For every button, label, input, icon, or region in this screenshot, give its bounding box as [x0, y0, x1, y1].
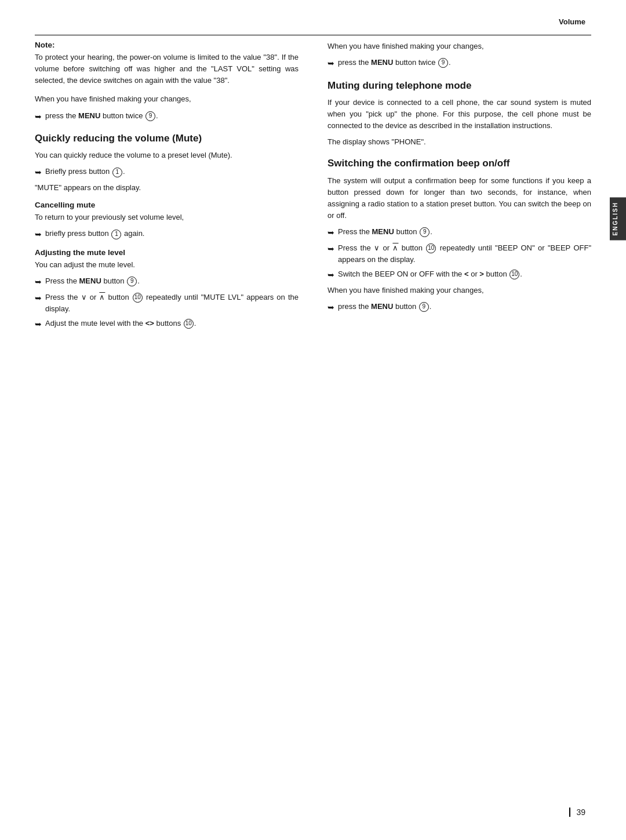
mute-intro: You can quickly reduce the volume to a p…: [35, 150, 299, 161]
sidebar-language-label: ENGLISH: [610, 197, 626, 240]
arrow-icon-beep2: ➥: [327, 243, 334, 256]
adj-step2-text: Press the ∨ or ∧ button 10 repeatedly un…: [45, 292, 299, 315]
beep-step1-text: Press the MENU button 9.: [338, 226, 591, 238]
section-mute-heading: Quickly reducing the volume (Mute): [35, 132, 299, 145]
note-label: Note:: [35, 41, 299, 49]
beep-after-changes: When you have finished making your chang…: [327, 285, 591, 296]
section-label: Volume: [559, 17, 585, 26]
section-telephone-heading: Muting during telephone mode: [327, 79, 591, 92]
arrow-icon-beep1: ➥: [327, 227, 334, 239]
cancelling-intro: To return to your previously set volume …: [35, 212, 299, 223]
adj-step1-text: Press the MENU button 9.: [45, 275, 299, 287]
press-menu-twice-text-left: press the MENU button twice 9.: [45, 110, 299, 122]
adj-step2: ➥ Press the ∨ or ∧ button 10 repeatedly …: [35, 292, 299, 315]
cancel-step-text: briefly press button 1 again.: [45, 228, 299, 239]
press-menu-twice-right: ➥ press the MENU button twice 9.: [327, 57, 591, 70]
beep-step3-text: Switch the BEEP ON or OFF with the < or …: [338, 268, 591, 280]
mute-step1: ➥ Briefly press button 1.: [35, 166, 299, 179]
arrow-icon-cancel: ➥: [35, 228, 42, 241]
press-menu-twice-text-right: press the MENU button twice 9.: [338, 57, 591, 68]
cancelling-heading: Cancelling mute: [35, 201, 299, 209]
mute-step1-text: Briefly press button 1.: [45, 166, 299, 177]
arrow-icon-adj3: ➥: [35, 318, 42, 331]
arrow-icon-adj1: ➥: [35, 276, 42, 289]
beep-final-step: ➥ press the MENU button 9.: [327, 301, 591, 314]
header-section-label: Volume: [559, 17, 585, 26]
note-text: To protect your hearing, the power-on vo…: [35, 52, 299, 86]
mute-display-note: "MUTE" appears on the display.: [35, 182, 299, 194]
top-rule: [35, 35, 591, 35]
beep-step2: ➥ Press the ∨ or ∧ button 10 repeatedly …: [327, 242, 591, 266]
beep-intro: The system will output a confirmation be…: [327, 175, 591, 222]
beep-step3: ➥ Switch the BEEP ON or OFF with the < o…: [327, 268, 591, 282]
telephone-text: If your device is connected to a cell ph…: [327, 97, 591, 132]
arrow-icon-1: ➥: [35, 111, 42, 123]
arrow-icon-beep3: ➥: [327, 269, 334, 282]
arrow-icon-mute1: ➥: [35, 166, 42, 179]
press-menu-twice-left: ➥ press the MENU button twice 9.: [35, 110, 299, 123]
page-number: 39: [569, 808, 585, 817]
after-changes-intro-right: When you have finished making your chang…: [327, 41, 591, 52]
cancel-step: ➥ briefly press button 1 again.: [35, 228, 299, 241]
adj-step1: ➥ Press the MENU button 9.: [35, 275, 299, 289]
adj-step3-text: Adjust the mute level with the <> button…: [45, 318, 299, 329]
telephone-display-note: The display shows "PHONE".: [327, 136, 591, 148]
arrow-icon-r1: ➥: [327, 57, 334, 70]
after-changes-intro-left: When you have finished making your chang…: [35, 93, 299, 105]
adj-step3: ➥ Adjust the mute level with the <> butt…: [35, 318, 299, 331]
beep-step1: ➥ Press the MENU button 9.: [327, 226, 591, 239]
arrow-icon-adj2: ➥: [35, 292, 42, 305]
adjusting-intro: You can adjust the mute level.: [35, 259, 299, 271]
adjusting-heading: Adjusting the mute level: [35, 248, 299, 257]
arrow-icon-beep-final: ➥: [327, 301, 334, 314]
left-column: Note: To protect your hearing, the power…: [35, 41, 304, 334]
page: Volume ENGLISH Note: To protect your hea…: [0, 0, 626, 840]
beep-step2-text: Press the ∨ or ∧ button 10 repeatedly un…: [338, 242, 591, 266]
beep-final-text: press the MENU button 9.: [338, 301, 591, 312]
right-column: When you have finished making your chang…: [322, 41, 591, 334]
section-beep-heading: Switching the confirmation beep on/off: [327, 157, 591, 170]
main-content: Note: To protect your hearing, the power…: [35, 41, 591, 334]
